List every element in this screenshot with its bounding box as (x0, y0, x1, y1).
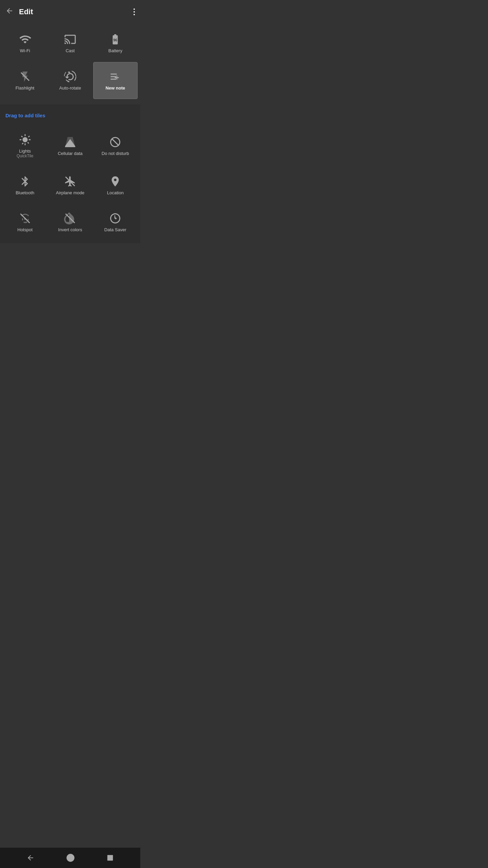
tile-lights[interactable]: Lights QuickTile (3, 125, 47, 166)
page-title: Edit (19, 7, 33, 16)
wifi-label: Wi-Fi (20, 48, 30, 53)
drag-label: Drag to add tiles (5, 113, 45, 118)
newnote-icon (109, 71, 121, 83)
cellular-icon (64, 136, 76, 148)
tile-hotspot[interactable]: Hotspot (3, 204, 47, 240)
tile-airplane[interactable]: Airplane mode (48, 167, 92, 203)
header-left: Edit (5, 7, 33, 17)
tile-battery[interactable]: 96 Battery (93, 25, 138, 61)
lights-icon (19, 134, 31, 146)
tile-newnote[interactable]: New note (93, 62, 138, 99)
tile-location[interactable]: Location (93, 167, 138, 203)
tile-donotdisturb[interactable]: Do not disturb (93, 125, 138, 166)
svg-text:96: 96 (113, 38, 117, 42)
cast-label: Cast (66, 48, 75, 53)
flashlight-icon (19, 71, 31, 83)
tile-invertcolors[interactable]: Invert colors (48, 204, 92, 240)
newnote-label: New note (105, 85, 125, 91)
battery-label: Battery (108, 48, 122, 53)
back-button[interactable] (5, 7, 14, 17)
active-tiles-grid: Wi-Fi Cast 96 Battery Flashlight (0, 22, 140, 102)
tile-cellular[interactable]: Cellular data (48, 125, 92, 166)
more-dot (134, 11, 135, 13)
lights-label: Lights (19, 149, 31, 154)
wifi-icon (19, 33, 31, 45)
hotspot-icon (19, 212, 31, 224)
location-label: Location (107, 190, 124, 195)
more-options-button[interactable] (134, 8, 135, 15)
more-dot (134, 14, 135, 15)
flashlight-label: Flashlight (16, 85, 35, 91)
location-icon (109, 175, 121, 188)
battery-icon: 96 (109, 33, 121, 45)
bluetooth-label: Bluetooth (16, 190, 34, 195)
lights-sublabel: QuickTile (17, 154, 34, 158)
more-dot (134, 8, 135, 10)
invertcolors-icon (64, 212, 76, 224)
autorotate-label: Auto-rotate (59, 85, 81, 91)
donotdisturb-icon (109, 136, 121, 148)
cellular-label: Cellular data (58, 151, 82, 156)
airplane-icon (64, 175, 76, 188)
tile-wifi[interactable]: Wi-Fi (3, 25, 47, 61)
tile-cast[interactable]: Cast (48, 25, 92, 61)
autorotate-icon (64, 71, 76, 83)
add-tiles-grid: Lights QuickTile Cellular data Do not di… (0, 123, 140, 243)
airplane-label: Airplane mode (56, 190, 84, 195)
tile-autorotate[interactable]: Auto-rotate (48, 62, 92, 99)
tile-bluetooth[interactable]: Bluetooth (3, 167, 47, 203)
tile-datasaver[interactable]: Data Saver (93, 204, 138, 240)
bluetooth-icon (19, 175, 31, 188)
cast-icon (64, 33, 76, 45)
drag-section: Drag to add tiles (0, 104, 140, 123)
invertcolors-label: Invert colors (58, 227, 82, 232)
header: Edit (0, 0, 140, 22)
datasaver-label: Data Saver (104, 227, 126, 232)
donotdisturb-label: Do not disturb (102, 151, 129, 156)
datasaver-icon (109, 212, 121, 224)
tile-flashlight[interactable]: Flashlight (3, 62, 47, 99)
hotspot-label: Hotspot (17, 227, 33, 232)
